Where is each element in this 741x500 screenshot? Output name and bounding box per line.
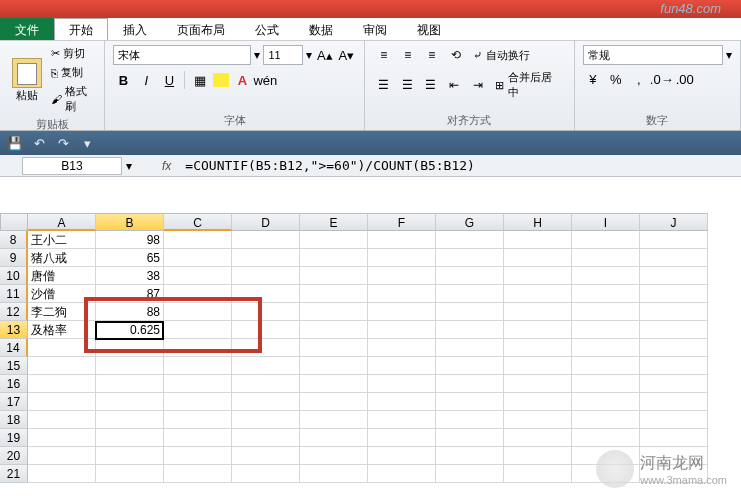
increase-font-icon[interactable]: A▴ (315, 45, 334, 65)
cell[interactable]: 猪八戒 (28, 249, 96, 267)
tab-home[interactable]: 开始 (54, 18, 108, 40)
cell[interactable] (368, 393, 436, 411)
cell[interactable] (28, 447, 96, 465)
cell[interactable] (436, 393, 504, 411)
cell[interactable] (368, 411, 436, 429)
row-header[interactable]: 13 (0, 321, 28, 339)
cell[interactable] (640, 393, 708, 411)
align-right-icon[interactable]: ☰ (420, 75, 442, 95)
tab-formulas[interactable]: 公式 (240, 18, 294, 40)
cell[interactable] (572, 357, 640, 375)
name-box[interactable]: B13 (22, 157, 122, 175)
cell[interactable] (368, 465, 436, 483)
cell[interactable] (436, 249, 504, 267)
cell[interactable] (436, 303, 504, 321)
cell[interactable] (572, 285, 640, 303)
formula-input[interactable]: =COUNTIF(B5:B12,">=60")/COUNT(B5:B12) (181, 157, 741, 174)
cell[interactable] (300, 249, 368, 267)
cell[interactable] (300, 285, 368, 303)
cell[interactable] (504, 303, 572, 321)
cell[interactable] (28, 375, 96, 393)
cell[interactable] (300, 375, 368, 393)
cell[interactable]: 98 (96, 231, 164, 249)
cell[interactable] (96, 411, 164, 429)
cell[interactable] (28, 339, 96, 357)
cell[interactable] (164, 375, 232, 393)
cell[interactable] (164, 339, 232, 357)
tab-page-layout[interactable]: 页面布局 (162, 18, 240, 40)
cell[interactable] (368, 429, 436, 447)
cell[interactable] (232, 285, 300, 303)
tab-file[interactable]: 文件 (0, 18, 54, 40)
cell[interactable] (640, 357, 708, 375)
cell[interactable] (436, 411, 504, 429)
tab-data[interactable]: 数据 (294, 18, 348, 40)
cell[interactable] (164, 447, 232, 465)
cell[interactable] (300, 267, 368, 285)
cell[interactable] (572, 267, 640, 285)
cell[interactable]: 及格率 (28, 321, 96, 339)
col-header-F[interactable]: F (368, 213, 436, 231)
cell[interactable] (436, 285, 504, 303)
row-header[interactable]: 12 (0, 303, 28, 321)
italic-button[interactable]: I (136, 70, 156, 90)
fill-color-button[interactable] (213, 73, 229, 87)
cell[interactable] (436, 321, 504, 339)
font-name-dropdown-icon[interactable]: ▾ (254, 48, 260, 62)
cell[interactable] (368, 375, 436, 393)
qat-dropdown-icon[interactable]: ▾ (78, 134, 96, 152)
cell[interactable] (640, 375, 708, 393)
cell[interactable] (572, 429, 640, 447)
font-color-button[interactable]: A (232, 70, 252, 90)
cell[interactable]: 李二狗 (28, 303, 96, 321)
orientation-icon[interactable]: ⟲ (445, 45, 467, 65)
cell[interactable] (640, 411, 708, 429)
cell[interactable] (572, 393, 640, 411)
cell[interactable] (96, 393, 164, 411)
align-middle-icon[interactable]: ≡ (397, 45, 419, 65)
cell[interactable] (504, 231, 572, 249)
cell[interactable] (28, 465, 96, 483)
cell[interactable] (232, 303, 300, 321)
cell[interactable] (640, 321, 708, 339)
number-format-dropdown-icon[interactable]: ▾ (726, 48, 732, 62)
cell[interactable] (504, 375, 572, 393)
row-header[interactable]: 15 (0, 357, 28, 375)
cell[interactable] (300, 393, 368, 411)
cell[interactable] (232, 231, 300, 249)
cell[interactable] (640, 285, 708, 303)
cell[interactable] (232, 447, 300, 465)
cell[interactable] (164, 321, 232, 339)
cell[interactable] (368, 321, 436, 339)
wrap-text-button[interactable]: ⤶ 自动换行 (469, 47, 534, 64)
cell[interactable] (436, 375, 504, 393)
cell[interactable] (164, 249, 232, 267)
cell[interactable] (436, 357, 504, 375)
cell[interactable] (300, 303, 368, 321)
row-header[interactable]: 11 (0, 285, 28, 303)
row-header[interactable]: 17 (0, 393, 28, 411)
cell[interactable] (436, 231, 504, 249)
row-header[interactable]: 18 (0, 411, 28, 429)
cell[interactable] (232, 429, 300, 447)
col-header-B[interactable]: B (96, 213, 164, 231)
cell[interactable] (640, 429, 708, 447)
cell[interactable]: 0.625 (96, 321, 164, 339)
row-header[interactable]: 10 (0, 267, 28, 285)
cell[interactable] (436, 465, 504, 483)
cell[interactable] (28, 429, 96, 447)
cell[interactable] (504, 411, 572, 429)
cell[interactable] (96, 429, 164, 447)
cell[interactable] (232, 321, 300, 339)
cell[interactable] (436, 339, 504, 357)
cell[interactable] (572, 231, 640, 249)
cell[interactable] (300, 339, 368, 357)
cell[interactable] (504, 465, 572, 483)
cell[interactable] (368, 249, 436, 267)
cell[interactable] (572, 339, 640, 357)
decrease-font-icon[interactable]: A▾ (337, 45, 356, 65)
col-header-I[interactable]: I (572, 213, 640, 231)
border-button[interactable]: ▦ (190, 70, 210, 90)
font-size-dropdown-icon[interactable]: ▾ (306, 48, 312, 62)
align-bottom-icon[interactable]: ≡ (421, 45, 443, 65)
